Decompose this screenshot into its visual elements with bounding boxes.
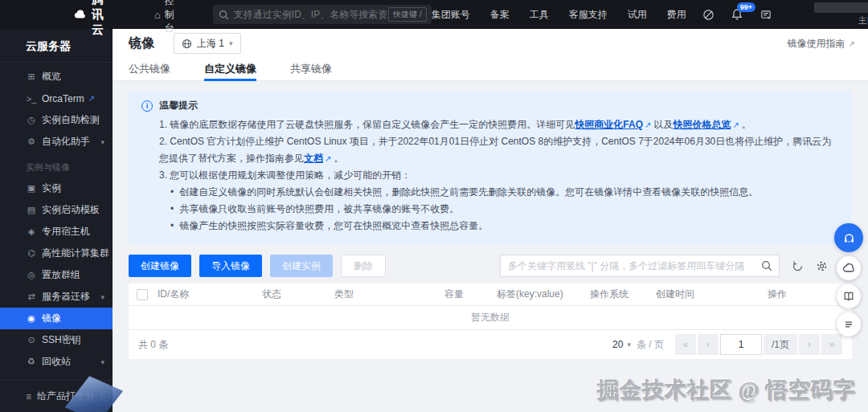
usage-guide-link[interactable]: 镜像使用指南 ↗: [788, 37, 855, 51]
rate-product-button[interactable]: ≡ 给产品打个分 ›: [0, 380, 113, 412]
server-icon: ▣: [26, 183, 37, 194]
sidebar-section-label: 实例与镜像: [0, 153, 113, 177]
sidebar-item-label: 回收站: [42, 355, 71, 369]
topbar-menu-item[interactable]: 费用: [667, 8, 686, 22]
filter-area: 多个关键字用竖线 "|" 分隔，多个过滤标签用回车键分隔: [500, 255, 852, 277]
topbar-menu-item[interactable]: 备案: [490, 8, 510, 22]
column-header: 类型: [334, 288, 444, 301]
sidebar-item-hpc-cluster[interactable]: ⌬高性能计算集群: [0, 243, 113, 264]
tencent-cloud-logo[interactable]: 腾讯云: [74, 0, 113, 38]
page-size-select[interactable]: 20 ▾: [612, 339, 631, 350]
ticket-icon[interactable]: [760, 9, 772, 21]
pagination: 20 ▾ 条 / 页 « ‹ 1 /1页 › »: [612, 334, 842, 355]
per-page-label: 条 / 页: [637, 338, 664, 352]
tab-public-images[interactable]: 公共镜像: [129, 58, 170, 80]
sidebar-item-label: 概览: [42, 70, 61, 84]
community-icon[interactable]: [702, 9, 714, 21]
cloud-assistant-button[interactable]: [837, 256, 861, 280]
grid-icon: ⊞: [26, 71, 37, 82]
search-icon: [761, 260, 772, 271]
sidebar-item-label: 高性能计算集群: [42, 247, 109, 260]
sidebar-item-label: 实例启动模板: [42, 203, 100, 217]
column-settings-button[interactable]: [816, 260, 828, 272]
console-link[interactable]: ⌂ 控制台: [154, 0, 174, 35]
create-image-button[interactable]: 创建镜像: [129, 255, 191, 277]
survey-button[interactable]: [837, 312, 861, 337]
sidebar-item-instance[interactable]: ▣实例: [0, 177, 113, 199]
notification-bell-icon[interactable]: 99+: [731, 8, 743, 21]
notice-lines: 1. 镜像的底层数据存储使用了云硬盘快照服务，保留自定义镜像会产生一定的快照费用…: [141, 116, 839, 235]
table-header-cells: ID/名称状态类型容量标签(key:value)操作系统创建时间操作: [158, 288, 852, 301]
sidebar-item-ssh-key[interactable]: ⊙SSH密钥: [0, 329, 113, 351]
prev-page-button[interactable]: ‹: [698, 334, 719, 355]
sidebar-item-launch-template[interactable]: ▤实例启动模板: [0, 199, 113, 221]
notice-bullet-text: 创建自定义镜像的同时系统默认会创建相关快照，删除此快照之前需要先删除关联的镜像。…: [179, 184, 758, 201]
sidebar-item-orcaterm[interactable]: >_OrcaTerm↗: [0, 88, 113, 109]
import-image-button[interactable]: 导入镜像: [199, 255, 262, 277]
notice-link[interactable]: 文档: [304, 153, 323, 164]
main-area: 镜像 上海 1 ▾ 镜像使用指南 ↗ 公共镜像自定义镜像共享镜像 i 温馨提示 …: [113, 29, 868, 412]
topbar-menu-item[interactable]: 集团账号: [432, 8, 470, 22]
select-all-checkbox[interactable]: [137, 289, 148, 300]
list-icon: [842, 318, 855, 331]
bullet-dot: •: [170, 218, 174, 235]
gear-icon: ⚙: [26, 137, 37, 147]
delete-button[interactable]: 删除: [341, 255, 386, 277]
gear-icon: [816, 260, 828, 272]
notification-count-badge: 99+: [737, 2, 755, 12]
refresh-icon: [792, 260, 804, 272]
sidebar-item-assistant[interactable]: ⚙自动化助手▾: [0, 131, 113, 153]
docs-button[interactable]: [837, 284, 861, 308]
topbar-menu-item[interactable]: 试用: [628, 8, 647, 22]
bullet-dot: •: [170, 184, 174, 201]
cluster-icon: ⌬: [26, 248, 37, 259]
sidebar-item-dedicated-host[interactable]: ◈专用宿主机: [0, 221, 113, 243]
next-page-button[interactable]: ›: [799, 334, 820, 355]
region-selector[interactable]: 上海 1 ▾: [174, 33, 241, 54]
headset-icon: [842, 231, 856, 245]
filter-input[interactable]: 多个关键字用竖线 "|" 分隔，多个过滤标签用回车键分隔: [500, 255, 780, 277]
topbar-menu: 集团账号备案工具客服支持试用费用: [432, 8, 686, 22]
account-type-label: 主账号: [858, 14, 868, 27]
notice-link[interactable]: 快照商业化FAQ: [575, 119, 643, 130]
filter-placeholder: 多个关键字用竖线 "|" 分隔，多个过滤标签用回车键分隔: [508, 259, 744, 273]
region-label: 上海 1: [197, 37, 224, 51]
notice-box: i 温馨提示 1. 镜像的底层数据存储使用了云硬盘快照服务，保留自定义镜像会产生…: [129, 91, 852, 244]
sidebar-item-recycle-bin[interactable]: ♻回收站▾: [0, 351, 113, 373]
account-info[interactable]: 主账号: [814, 2, 868, 27]
sidebar-item-label: OrcaTerm: [42, 93, 84, 104]
notice-line: 1. 镜像的底层数据存储使用了云硬盘快照服务，保留自定义镜像会产生一定的快照费用…: [159, 116, 839, 133]
notice-bullet-text: 共享镜像只收取当前账号的快照费用，被共享镜像的账号不收费。: [179, 201, 459, 218]
page-header: 镜像 上海 1 ▾ 镜像使用指南 ↗: [113, 29, 868, 58]
sidebar-item-overview[interactable]: ⊞概览: [0, 66, 113, 88]
topbar-menu-item[interactable]: 客服支持: [569, 8, 608, 22]
content: i 温馨提示 1. 镜像的底层数据存储使用了云硬盘快照服务，保留自定义镜像会产生…: [113, 81, 868, 359]
tab-shared-images[interactable]: 共享镜像: [290, 58, 332, 80]
gauge-icon: ◷: [26, 115, 37, 125]
support-chat-button[interactable]: [834, 223, 863, 252]
create-instance-button[interactable]: 创建实例: [270, 255, 333, 277]
shortcut-key-badge: 快捷键 /: [388, 7, 427, 22]
toolbar: 创建镜像导入镜像创建实例删除 多个关键字用竖线 "|" 分隔，多个过滤标签用回车…: [129, 255, 852, 277]
terminal-icon: >_: [26, 94, 37, 104]
sidebar-item-server-migration[interactable]: ⇄服务器迁移▾: [0, 286, 113, 308]
sidebar-item-placement-group[interactable]: ◎置放群组: [0, 264, 113, 286]
tab-custom-images[interactable]: 自定义镜像: [204, 58, 256, 80]
column-header: 标签(key:value): [497, 288, 590, 301]
image-disc-icon: ◉: [26, 313, 37, 324]
migration-icon: ⇄: [26, 292, 37, 302]
current-page-input[interactable]: 1: [720, 334, 762, 355]
cloud-logo-icon: [74, 8, 86, 22]
info-icon: i: [141, 100, 153, 112]
topbar: 腾讯云 ⌂ 控制台 支持通过实例ID、IP、名称等搜索资源 快捷键 / 集团账号…: [0, 0, 868, 29]
empty-state: 暂无数据: [129, 306, 852, 330]
topbar-menu-item[interactable]: 工具: [530, 8, 549, 22]
notice-link[interactable]: 快照价格总览: [673, 119, 731, 130]
last-page-button[interactable]: »: [821, 334, 842, 355]
sidebar-item-images[interactable]: ◉镜像: [0, 308, 113, 329]
global-search-input[interactable]: 支持通过实例ID、IP、名称等搜索资源 快捷键 /: [213, 5, 432, 24]
sidebar-item-self-check[interactable]: ◷实例自助检测: [0, 109, 113, 131]
first-page-button[interactable]: «: [675, 334, 696, 355]
total-pages-label: /1页: [764, 334, 797, 355]
refresh-button[interactable]: [792, 260, 804, 272]
